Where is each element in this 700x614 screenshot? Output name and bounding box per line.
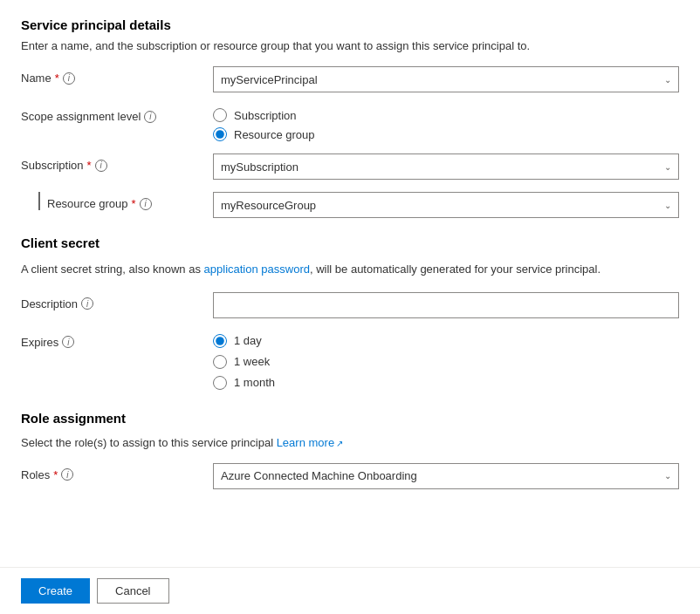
roles-label: Roles * i (21, 463, 213, 481)
scope-info-icon[interactable]: i (144, 111, 156, 123)
resource-group-control: myResourceGroup ⌄ (213, 192, 679, 218)
description-control (213, 292, 679, 318)
footer: Create Cancel (0, 567, 700, 614)
scope-row: Scope assignment level i Subscription Re… (21, 105, 679, 141)
roles-select[interactable]: Azure Connected Machine Onboarding ⌄ (213, 463, 679, 489)
expires-1month-label: 1 month (234, 376, 275, 389)
expires-1month-option[interactable]: 1 month (213, 376, 679, 390)
role-assignment-section: Role assignment (21, 411, 679, 426)
description-info-icon[interactable]: i (81, 297, 93, 310)
scope-radio-group: Subscription Resource group (213, 105, 679, 141)
scope-subscription-radio[interactable] (213, 108, 227, 122)
expires-control: 1 day 1 week 1 month (213, 331, 679, 390)
resource-group-row: Resource group * i myResourceGroup ⌄ (21, 192, 679, 218)
name-control: myServicePrincipal ⌄ (213, 66, 679, 92)
subscription-chevron-icon: ⌄ (664, 162, 671, 172)
scope-control: Subscription Resource group (213, 105, 679, 141)
description-row: Description i (21, 292, 679, 318)
resource-group-chevron-icon: ⌄ (664, 201, 671, 210)
scope-subscription-label: Subscription (234, 109, 297, 122)
scope-label: Scope assignment level i (21, 105, 213, 123)
scope-resource-group-label: Resource group (234, 128, 315, 141)
client-secret-section: Client secret (21, 235, 679, 250)
learn-more-link[interactable]: Learn more (277, 436, 343, 449)
name-chevron-icon: ⌄ (664, 75, 671, 85)
cancel-button[interactable]: Cancel (97, 578, 168, 604)
roles-value: Azure Connected Machine Onboarding (221, 469, 417, 482)
name-required: * (55, 72, 59, 85)
client-secret-description: A client secret string, also known as ap… (21, 261, 679, 278)
expires-1month-radio[interactable] (213, 376, 227, 390)
scope-resource-group-radio[interactable] (213, 127, 227, 141)
resource-group-value: myResourceGroup (221, 199, 316, 212)
application-password-link[interactable]: application password (204, 263, 310, 276)
roles-row: Roles * i Azure Connected Machine Onboar… (21, 463, 679, 489)
description-label: Description i (21, 292, 213, 310)
create-button[interactable]: Create (21, 578, 90, 604)
expires-1week-option[interactable]: 1 week (213, 355, 679, 369)
name-row: Name * i myServicePrincipal ⌄ (21, 66, 679, 92)
expires-info-icon[interactable]: i (62, 336, 74, 348)
expires-1day-radio[interactable] (213, 334, 227, 348)
expires-1week-radio[interactable] (213, 355, 227, 369)
expires-1week-label: 1 week (234, 355, 270, 368)
name-info-icon[interactable]: i (63, 72, 75, 85)
expires-1day-label: 1 day (234, 334, 262, 347)
expires-label: Expires i (21, 331, 213, 349)
resource-group-info-icon[interactable]: i (140, 198, 152, 210)
roles-control: Azure Connected Machine Onboarding ⌄ (213, 463, 679, 489)
client-secret-title: Client secret (21, 235, 679, 250)
subscription-select[interactable]: mySubscription ⌄ (213, 154, 679, 180)
roles-chevron-icon: ⌄ (664, 471, 671, 481)
name-select[interactable]: myServicePrincipal ⌄ (213, 66, 679, 92)
subscription-required: * (87, 159, 92, 172)
roles-info-icon[interactable]: i (61, 468, 73, 481)
subscription-row: Subscription * i mySubscription ⌄ (21, 154, 679, 180)
scope-resource-group-option[interactable]: Resource group (213, 127, 679, 141)
subscription-control: mySubscription ⌄ (213, 154, 679, 180)
name-label: Name * i (21, 66, 213, 85)
resource-group-label: Resource group * i (38, 192, 213, 210)
roles-required: * (53, 468, 58, 481)
expires-1day-option[interactable]: 1 day (213, 334, 679, 348)
page-title: Service principal details (21, 17, 679, 32)
role-assignment-description: Select the role(s) to assign to this ser… (21, 436, 679, 449)
resource-group-select[interactable]: myResourceGroup ⌄ (213, 192, 679, 218)
description-input[interactable] (213, 292, 679, 318)
role-assignment-title: Role assignment (21, 411, 679, 426)
subscription-label: Subscription * i (21, 154, 213, 172)
scope-subscription-option[interactable]: Subscription (213, 108, 679, 122)
name-value: myServicePrincipal (221, 73, 318, 86)
subscription-value: mySubscription (221, 160, 299, 174)
subscription-info-icon[interactable]: i (95, 160, 107, 172)
resource-group-required: * (132, 197, 136, 210)
expires-radio-group: 1 day 1 week 1 month (213, 331, 679, 390)
expires-row: Expires i 1 day 1 week 1 month (21, 331, 679, 390)
page-subtitle: Enter a name, and the subscription or re… (21, 39, 679, 52)
